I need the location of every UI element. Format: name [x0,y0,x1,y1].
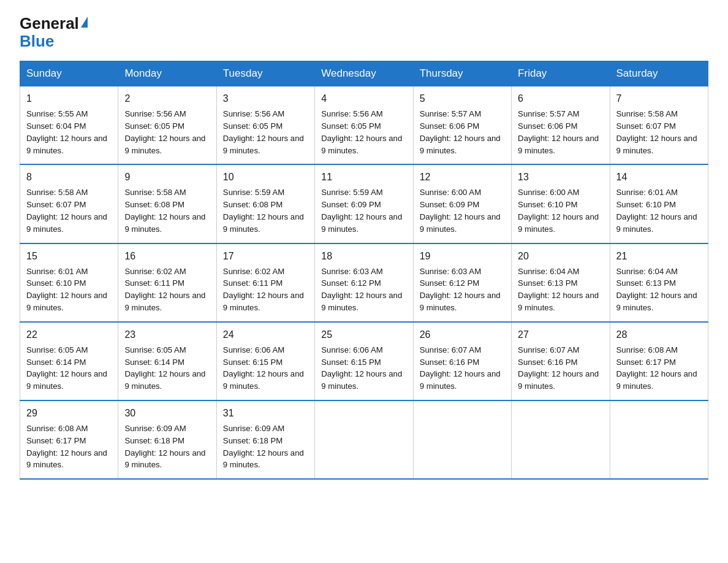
header-sunday: Sunday [20,61,118,86]
day-number: 21 [616,249,702,264]
logo-text-blue: Blue [20,33,54,50]
calendar-cell: 18Sunrise: 6:03 AMSunset: 6:12 PMDayligh… [315,243,413,322]
day-number: 27 [518,327,603,342]
calendar-cell: 19Sunrise: 6:03 AMSunset: 6:12 PMDayligh… [413,243,511,322]
calendar-table: SundayMondayTuesdayWednesdayThursdayFrid… [20,61,708,480]
day-number: 9 [124,170,210,185]
calendar-cell [610,400,708,479]
day-info: Sunrise: 6:02 AMSunset: 6:11 PMDaylight:… [223,266,308,314]
day-info: Sunrise: 5:59 AMSunset: 6:08 PMDaylight:… [223,186,308,235]
calendar-cell: 11Sunrise: 5:59 AMSunset: 6:09 PMDayligh… [315,164,413,243]
calendar-cell: 17Sunrise: 6:02 AMSunset: 6:11 PMDayligh… [216,243,314,322]
day-number: 30 [124,406,210,421]
day-number: 4 [321,91,406,106]
day-info: Sunrise: 6:04 AMSunset: 6:13 PMDaylight:… [518,266,603,314]
day-number: 7 [616,91,702,106]
calendar-cell: 26Sunrise: 6:07 AMSunset: 6:16 PMDayligh… [413,322,511,400]
day-number: 18 [321,249,406,264]
day-info: Sunrise: 6:09 AMSunset: 6:18 PMDaylight:… [223,423,308,471]
calendar-cell: 6Sunrise: 5:57 AMSunset: 6:06 PMDaylight… [512,86,610,165]
day-number: 25 [321,327,406,342]
calendar-cell: 4Sunrise: 5:56 AMSunset: 6:05 PMDaylight… [315,86,413,165]
calendar-cell: 27Sunrise: 6:07 AMSunset: 6:16 PMDayligh… [512,322,610,400]
day-info: Sunrise: 5:58 AMSunset: 6:07 PMDaylight:… [616,108,702,156]
day-info: Sunrise: 6:07 AMSunset: 6:16 PMDaylight:… [518,344,603,393]
calendar-cell: 31Sunrise: 6:09 AMSunset: 6:18 PMDayligh… [216,400,314,479]
day-number: 12 [420,170,505,185]
day-info: Sunrise: 6:03 AMSunset: 6:12 PMDaylight:… [420,266,505,314]
calendar-cell: 22Sunrise: 6:05 AMSunset: 6:14 PMDayligh… [20,322,118,400]
day-number: 17 [223,249,308,264]
day-info: Sunrise: 5:57 AMSunset: 6:06 PMDaylight:… [518,108,603,156]
header-friday: Friday [512,61,610,86]
page-header: General Blue [20,15,708,50]
day-number: 5 [420,91,505,106]
day-info: Sunrise: 6:00 AMSunset: 6:09 PMDaylight:… [420,186,505,235]
calendar-cell: 28Sunrise: 6:08 AMSunset: 6:17 PMDayligh… [610,322,708,400]
day-number: 23 [124,327,210,342]
calendar-cell: 30Sunrise: 6:09 AMSunset: 6:18 PMDayligh… [118,400,216,479]
day-info: Sunrise: 5:55 AMSunset: 6:04 PMDaylight:… [26,108,112,156]
day-number: 16 [124,249,210,264]
calendar-cell [512,400,610,479]
day-number: 13 [518,170,603,185]
day-info: Sunrise: 6:04 AMSunset: 6:13 PMDaylight:… [616,266,702,314]
calendar-cell: 24Sunrise: 6:06 AMSunset: 6:15 PMDayligh… [216,322,314,400]
day-number: 22 [26,327,112,342]
calendar-cell: 8Sunrise: 5:58 AMSunset: 6:07 PMDaylight… [20,164,118,243]
day-info: Sunrise: 6:00 AMSunset: 6:10 PMDaylight:… [518,186,603,235]
day-info: Sunrise: 5:58 AMSunset: 6:07 PMDaylight:… [26,186,112,235]
calendar-cell: 3Sunrise: 5:56 AMSunset: 6:05 PMDaylight… [216,86,314,165]
day-number: 28 [616,327,702,342]
day-info: Sunrise: 6:08 AMSunset: 6:17 PMDaylight:… [616,344,702,393]
week-row-5: 29Sunrise: 6:08 AMSunset: 6:17 PMDayligh… [20,400,708,479]
day-number: 3 [223,91,308,106]
calendar-cell: 14Sunrise: 6:01 AMSunset: 6:10 PMDayligh… [610,164,708,243]
day-number: 31 [223,406,308,421]
calendar-cell: 9Sunrise: 5:58 AMSunset: 6:08 PMDaylight… [118,164,216,243]
calendar-cell: 23Sunrise: 6:05 AMSunset: 6:14 PMDayligh… [118,322,216,400]
day-info: Sunrise: 5:56 AMSunset: 6:05 PMDaylight:… [223,108,308,156]
calendar-header-row: SundayMondayTuesdayWednesdayThursdayFrid… [20,61,708,86]
logo-text-general: General [20,15,79,33]
calendar-cell [315,400,413,479]
day-number: 24 [223,327,308,342]
day-number: 26 [420,327,505,342]
calendar-cell: 25Sunrise: 6:06 AMSunset: 6:15 PMDayligh… [315,322,413,400]
calendar-cell: 21Sunrise: 6:04 AMSunset: 6:13 PMDayligh… [610,243,708,322]
calendar-cell: 16Sunrise: 6:02 AMSunset: 6:11 PMDayligh… [118,243,216,322]
day-info: Sunrise: 5:58 AMSunset: 6:08 PMDaylight:… [124,186,210,235]
day-info: Sunrise: 6:06 AMSunset: 6:15 PMDaylight:… [223,344,308,393]
calendar-cell: 13Sunrise: 6:00 AMSunset: 6:10 PMDayligh… [512,164,610,243]
day-info: Sunrise: 5:59 AMSunset: 6:09 PMDaylight:… [321,186,406,235]
day-number: 19 [420,249,505,264]
day-info: Sunrise: 5:56 AMSunset: 6:05 PMDaylight:… [124,108,210,156]
week-row-2: 8Sunrise: 5:58 AMSunset: 6:07 PMDaylight… [20,164,708,243]
day-info: Sunrise: 6:06 AMSunset: 6:15 PMDaylight:… [321,344,406,393]
day-number: 11 [321,170,406,185]
day-info: Sunrise: 6:02 AMSunset: 6:11 PMDaylight:… [124,266,210,314]
day-number: 20 [518,249,603,264]
day-info: Sunrise: 6:03 AMSunset: 6:12 PMDaylight:… [321,266,406,314]
header-tuesday: Tuesday [216,61,314,86]
day-number: 2 [124,91,210,106]
header-monday: Monday [118,61,216,86]
day-number: 6 [518,91,603,106]
day-number: 10 [223,170,308,185]
week-row-3: 15Sunrise: 6:01 AMSunset: 6:10 PMDayligh… [20,243,708,322]
day-info: Sunrise: 6:05 AMSunset: 6:14 PMDaylight:… [124,344,210,393]
day-info: Sunrise: 6:01 AMSunset: 6:10 PMDaylight:… [26,266,112,314]
day-info: Sunrise: 6:09 AMSunset: 6:18 PMDaylight:… [124,423,210,471]
logo: General Blue [20,15,88,50]
day-info: Sunrise: 5:57 AMSunset: 6:06 PMDaylight:… [420,108,505,156]
day-number: 8 [26,170,112,185]
day-info: Sunrise: 6:05 AMSunset: 6:14 PMDaylight:… [26,344,112,393]
header-wednesday: Wednesday [315,61,413,86]
day-info: Sunrise: 6:01 AMSunset: 6:10 PMDaylight:… [616,186,702,235]
day-number: 14 [616,170,702,185]
day-number: 15 [26,249,112,264]
header-saturday: Saturday [610,61,708,86]
calendar-cell: 7Sunrise: 5:58 AMSunset: 6:07 PMDaylight… [610,86,708,165]
calendar-cell: 20Sunrise: 6:04 AMSunset: 6:13 PMDayligh… [512,243,610,322]
header-thursday: Thursday [413,61,511,86]
